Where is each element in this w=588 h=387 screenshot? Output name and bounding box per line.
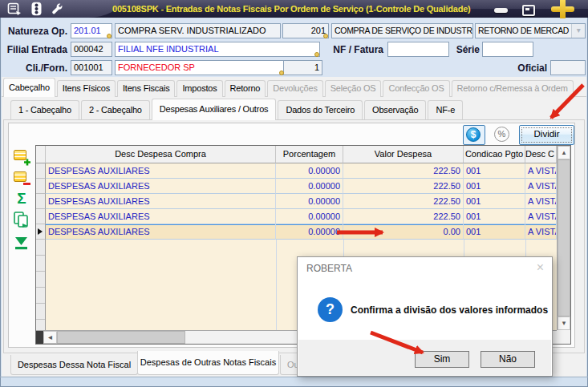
cell-pct[interactable]: 0.00000 [276,209,343,224]
vertical-scrollbar[interactable]: ▴ ▾ [557,146,570,330]
cell-cond[interactable]: 001 [464,179,525,194]
cell-cond[interactable]: 001 [464,163,525,179]
cell-desc-c[interactable]: A VISTA [525,224,557,240]
cliforn-code-field: 001001 [71,60,112,75]
cell-pct[interactable]: 0.00000 [276,163,343,179]
cell-desc[interactable]: DESPESAS AUXILIARES [46,179,276,194]
cell-pct[interactable]: 0.00000 [276,179,343,194]
cell-valor[interactable]: 222.50 [343,163,464,179]
add-row-button[interactable] [12,147,31,167]
cell-desc[interactable]: DESPESAS AUXILIARES [46,163,276,179]
tab-despesas-auxiliares[interactable]: Despesas Auxiliares / Outros [152,99,277,120]
sim-button[interactable]: Sim [415,351,469,368]
tab-dados-terceiro[interactable]: Dados do Terceiro [278,100,363,119]
natureza-code2-field: 201 [282,23,329,38]
tab-observacao[interactable]: Observação [364,100,426,119]
dialog-title: ROBERTA [306,263,352,274]
lookup-dot-icon [323,34,328,38]
cliforn-desc-input[interactable]: FORNECEDOR SP [115,60,285,75]
table-row-selected[interactable]: DESPESAS AUXILIARES 0.00000 0.00 001 A V… [36,224,570,240]
close-plus-button[interactable] [549,0,578,18]
column-header-condicao[interactable]: Condicao Pgto [464,146,525,163]
grid-header: Desc Despesa Compra Porcentagem Valor De… [36,146,570,163]
table-row[interactable]: DESPESAS AUXILIARES 0.00000 222.50 001 A… [36,194,570,209]
cell-desc-c[interactable]: A VISTA [525,163,557,179]
cell-valor[interactable]: 222.50 [343,179,464,194]
natureza-desc2-field: COMPRA DE SERVIÇO DE INDUSTRIAL [331,23,473,38]
tab-cabecalho[interactable]: Cabeçalho [3,78,55,97]
app-window: 005108SPK - Entradas de Notas Fiscais Po… [0,0,588,387]
tipo-retorno-select[interactable]: RETORNO DE MERCAD▾ [475,23,586,38]
window-title: 005108SPK - Entradas de Notas Fiscais Po… [112,4,471,14]
row-indicator-icon [38,228,43,235]
serie-label: Série [433,44,480,55]
oficial-input [550,60,586,75]
scroll-thumb[interactable] [558,159,570,316]
tab-retorno-remessa: Retorno c/Remessa à Ordem [452,80,574,97]
dialog-message: Confirma a divisão dos valores informado… [351,304,548,316]
nf-fatura-label: NF / Fatura [319,44,383,55]
minimize-button[interactable] [494,8,508,13]
dividir-button[interactable]: Dividir [519,125,574,145]
menu-document-icon[interactable] [7,2,22,15]
wrench-icon[interactable] [51,2,64,15]
scroll-down-button[interactable]: ▾ [558,316,570,330]
scroll-thumb[interactable] [57,331,185,344]
traffic-light-icon[interactable] [30,2,43,16]
filial-desc-input[interactable]: FILIAL NFE INDUSTRIAL [115,42,320,57]
cell-pct[interactable]: 0.00000 [276,224,343,240]
cell-cond[interactable]: 001 [464,194,525,209]
tab-nfe[interactable]: NF-e [428,100,463,119]
tab-itens-fisicos[interactable]: Itens Físicos [57,80,116,97]
column-header-porcentagem[interactable]: Porcentagem [276,146,343,163]
lookup-dot-icon [279,71,284,75]
column-header-desc[interactable]: Desc Despesa Compra [46,146,276,163]
tab-retorno[interactable]: Retorno [225,80,266,97]
cell-valor[interactable]: 222.50 [343,209,464,224]
copy-button[interactable] [12,211,31,230]
cell-desc-c[interactable]: A VISTA [525,194,557,209]
tab-1-cabecalho[interactable]: 1 - Cabeçalho [10,100,79,119]
scrollbar-grip [36,331,43,344]
bottom-tab-despesas-dessa[interactable]: Despesas Dessa Nota Fiscal [10,355,138,375]
goto-last-button[interactable] [12,234,31,253]
oficial-label: Oficial [503,62,547,74]
scroll-up-button[interactable]: ▴ [558,146,570,159]
table-row[interactable]: DESPESAS AUXILIARES 0.00000 222.50 001 A… [36,179,570,194]
tipo-retorno-value: RETORNO DE MERCAD [478,26,569,35]
money-button[interactable]: $ [463,125,485,145]
lookup-dot-icon [107,34,112,38]
column-header-valor[interactable]: Valor Despesa [343,146,464,163]
table-row[interactable]: DESPESAS AUXILIARES 0.00000 222.50 001 A… [36,209,570,224]
chevron-down-icon[interactable]: ▾ [571,24,585,38]
serie-input[interactable] [482,42,533,57]
scroll-left-button[interactable]: ◂ [43,331,57,344]
cell-desc-c[interactable]: A VISTA [525,179,557,194]
table-row[interactable]: DESPESAS AUXILIARES 0.00000 222.50 001 A… [36,163,570,179]
filial-code-field: 000042 [71,42,112,57]
cell-desc-c[interactable]: A VISTA [525,209,557,224]
percent-icon[interactable]: % [494,127,509,142]
cell-desc[interactable]: DESPESAS AUXILIARES [46,224,276,240]
sum-button[interactable]: Σ [12,189,31,208]
nao-button[interactable]: Não [481,351,535,368]
main-tabs: Cabeçalho Itens Físicos Itens Fiscais Im… [3,78,575,97]
natureza-desc-field: COMPRA SERV. INDUSTRIALIZADO [115,23,281,38]
cell-cond[interactable]: 001 [464,224,525,240]
cell-cond[interactable]: 001 [464,209,525,224]
tab-itens-fiscais[interactable]: Itens Fiscais [117,80,176,97]
dialog-close-icon[interactable]: × [537,260,544,275]
cell-desc[interactable]: DESPESAS AUXILIARES [46,194,276,209]
cell-valor[interactable]: 0.00 [343,224,464,240]
tab-impostos[interactable]: Impostos [176,80,222,97]
bottom-tab-despesas-outras[interactable]: Despesas de Outras Notas Fiscais [137,351,279,375]
tab-2-cabecalho[interactable]: 2 - Cabeçalho [81,100,150,119]
column-header-desc-c[interactable]: Desc C [525,146,557,163]
delete-row-button[interactable] [12,169,31,188]
maximize-button[interactable] [522,5,535,16]
cell-valor[interactable]: 222.50 [343,194,464,209]
roberta-dialog: ROBERTA × ? Confirma a divisão dos valor… [297,256,553,377]
cell-desc[interactable]: DESPESAS AUXILIARES [46,209,276,224]
dollar-icon: $ [466,127,481,142]
cell-pct[interactable]: 0.00000 [276,194,343,209]
